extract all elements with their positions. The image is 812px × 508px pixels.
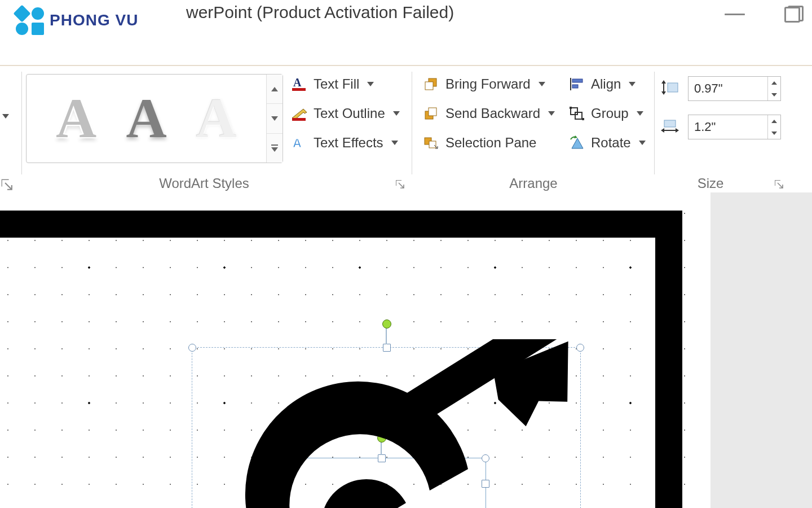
selection-pane-button[interactable]: Selection Pane <box>420 133 558 153</box>
height-spinner[interactable] <box>688 76 781 101</box>
width-row <box>660 115 781 139</box>
send-backward-icon <box>423 106 440 121</box>
svg-rect-26 <box>664 120 676 127</box>
svg-marker-25 <box>676 128 679 133</box>
chevron-down-icon <box>548 111 555 116</box>
width-down-button[interactable] <box>768 127 780 139</box>
text-fill-button[interactable]: A Text Fill <box>288 74 403 94</box>
bring-forward-icon <box>423 76 440 92</box>
chevron-down-icon <box>629 82 636 86</box>
chevron-down-icon <box>391 141 398 145</box>
chevron-down-icon <box>539 82 545 86</box>
svg-rect-5 <box>425 82 433 90</box>
wordart-style-3[interactable]: A <box>196 90 237 147</box>
svg-marker-21 <box>661 91 666 95</box>
group-label: Group <box>591 106 629 121</box>
height-icon <box>660 80 680 98</box>
svg-marker-24 <box>661 128 664 133</box>
brand-text: PHONG VU <box>50 11 138 29</box>
chevron-down-icon <box>637 111 643 116</box>
width-up-button[interactable] <box>768 115 780 127</box>
bring-forward-label: Bring Forward <box>445 76 531 92</box>
svg-rect-14 <box>575 112 582 119</box>
size-dialog-launcher[interactable] <box>774 179 785 190</box>
height-down-button[interactable] <box>768 89 780 100</box>
wordart-style-2[interactable]: A <box>126 90 166 147</box>
height-row <box>660 76 781 101</box>
text-fill-icon: A <box>291 76 308 92</box>
svg-rect-11 <box>572 79 582 82</box>
wordart-style-1[interactable]: A <box>56 90 96 147</box>
minimize-button[interactable] <box>725 14 745 15</box>
width-spinner[interactable] <box>688 115 781 139</box>
shape-styles-dropdown[interactable] <box>0 107 19 126</box>
window-controls <box>725 6 804 23</box>
text-effects-button[interactable]: A Text Effects <box>288 133 403 153</box>
group-icon <box>568 106 585 121</box>
rotate-label: Rotate <box>591 135 631 151</box>
rotate-button[interactable]: Rotate <box>565 133 649 153</box>
height-input[interactable] <box>689 77 767 100</box>
svg-rect-22 <box>668 83 678 92</box>
wordart-gallery[interactable]: A A A <box>26 74 283 163</box>
align-button[interactable]: Align <box>565 74 649 94</box>
restore-button[interactable] <box>784 6 804 23</box>
text-outline-button[interactable]: Text Outline <box>288 103 403 124</box>
height-up-button[interactable] <box>768 77 780 89</box>
rotate-handle-outer[interactable] <box>382 319 391 329</box>
svg-rect-2 <box>292 118 306 121</box>
selection-pane-icon <box>423 135 440 151</box>
group-launcher-left[interactable] <box>0 178 15 192</box>
svg-rect-15 <box>570 107 572 109</box>
brand-glyph-icon <box>14 6 45 35</box>
text-outline-label: Text Outline <box>314 106 385 121</box>
bring-forward-button[interactable]: Bring Forward <box>420 74 558 94</box>
width-icon <box>660 118 680 136</box>
wordart-next-button[interactable] <box>267 104 283 133</box>
slide-canvas[interactable] <box>0 192 812 508</box>
chevron-down-icon <box>639 141 646 145</box>
brand-logo: PHONG VU <box>14 6 138 35</box>
titlebar: PHONG VU werPoint (Product Activation Fa… <box>0 0 812 65</box>
text-effects-label: Text Effects <box>314 135 383 151</box>
svg-marker-20 <box>661 80 666 84</box>
size-group-label: Size <box>677 176 744 191</box>
wordart-group-label: WordArt Styles <box>148 176 261 191</box>
text-outline-icon <box>291 106 308 121</box>
width-input[interactable] <box>689 115 767 139</box>
svg-rect-1 <box>292 88 306 91</box>
wordart-prev-button[interactable] <box>267 75 283 104</box>
svg-text:A: A <box>293 76 302 89</box>
scroll-gutter <box>710 192 812 508</box>
align-icon <box>568 76 585 92</box>
wordart-dialog-launcher[interactable] <box>395 179 406 190</box>
svg-rect-16 <box>582 118 584 120</box>
window-title: werPoint (Product Activation Failed) <box>186 3 454 22</box>
rotate-icon <box>568 135 585 151</box>
chevron-down-icon <box>367 82 374 86</box>
svg-marker-17 <box>572 138 583 148</box>
svg-rect-9 <box>429 141 436 148</box>
target-arrow-shape[interactable] <box>203 339 598 508</box>
text-effects-icon: A <box>291 135 308 151</box>
svg-rect-12 <box>572 85 578 88</box>
arrange-group-label: Arrange <box>477 176 590 191</box>
wordart-more-button[interactable] <box>267 134 283 163</box>
send-backward-label: Send Backward <box>445 106 540 121</box>
selection-pane-label: Selection Pane <box>445 135 536 151</box>
group-button[interactable]: Group <box>565 103 649 124</box>
align-label: Align <box>591 76 621 92</box>
send-backward-button[interactable]: Send Backward <box>420 103 558 124</box>
svg-rect-7 <box>429 108 436 116</box>
ribbon: A A A A Text Fill <box>0 65 812 198</box>
chevron-down-icon <box>393 111 400 116</box>
svg-text:A: A <box>293 136 302 150</box>
text-fill-label: Text Fill <box>314 76 359 92</box>
